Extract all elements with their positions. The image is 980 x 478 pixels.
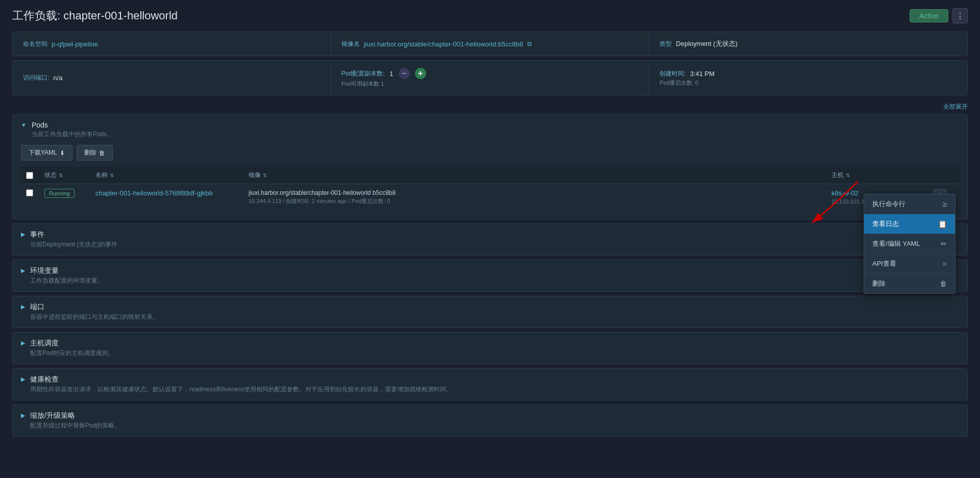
download-yaml-button[interactable]: 下载YAML ⬇: [21, 145, 72, 161]
events-section: ▶ 事件 当前Deployment (无状态)的事件: [12, 223, 968, 256]
port-title: 端口: [30, 303, 159, 312]
available-replicas: Pod可用副本数 1: [341, 80, 426, 88]
env-desc: 工作负载配置的环境变量。: [30, 276, 104, 285]
pods-header-text: Pods 当前工作负载中的所有Pods。: [32, 121, 113, 139]
image-sort-icon: ⇅: [263, 172, 267, 178]
download-icon: ⬇: [60, 149, 65, 157]
created-stack: 创建时间: 3:41 PM Pod重启次数: 0: [659, 69, 715, 87]
scheduling-header-text: 主机调度 配置Pod对应的主机调度规则。: [30, 339, 114, 358]
host-sort-icon: ⇅: [846, 172, 850, 178]
table-row: Running chapter-001-helloworld-5768f89df…: [21, 184, 959, 211]
exec-command-menu-item[interactable]: 执行命令行 ≥: [864, 194, 955, 214]
info-row-1: 命名空间 p-qfpwl-pipeline 镜像名 jiuxi.harbor.o…: [13, 32, 967, 56]
delete-icon: 🗑: [940, 280, 947, 288]
name-sort-icon: ⇅: [110, 172, 114, 178]
actions-col-header: [934, 171, 954, 180]
pod-image-name: jiuxi.harbor.org/stable/chapter-001-hell…: [249, 189, 831, 196]
created-value: 3:41 PM: [690, 70, 715, 78]
port-header-text: 端口 容器中进程监听的端口与主机端口的映射关系。: [30, 303, 159, 321]
pod-name-link[interactable]: chapter-001-helloworld-5768f89df-gjkbb: [95, 189, 249, 197]
env-header-text: 环境变量 工作负载配置的环境变量。: [30, 266, 104, 285]
pod-image-meta: 10.244.4.119 / 创建时间: 2 minutes ago / Pod…: [249, 197, 831, 205]
more-button[interactable]: ⋮: [952, 8, 968, 23]
scaling-header-text: 缩放/升级策略 配置升级过程中替换Pod的策略。: [30, 411, 120, 430]
scheduling-title: 主机调度: [30, 339, 114, 348]
info-card-1: 命名空间 p-qfpwl-pipeline 镜像名 jiuxi.harbor.o…: [12, 32, 968, 56]
health-header-text: 健康检查 周期性向容器发出请求，以检测其健康状态。默认设置下，readiness…: [30, 375, 452, 394]
expand-all-link[interactable]: 全部展开: [943, 103, 968, 110]
created-cell: 创建时间: 3:41 PM Pod重启次数: 0: [649, 61, 967, 95]
select-all-checkbox[interactable]: [26, 172, 33, 179]
namespace-label: 命名空间: [23, 40, 47, 48]
created-label: 创建时间:: [659, 69, 685, 78]
context-menu: 执行命令行 ≥ 查看日志 📋 查看/编辑 YAML ✏ API查看 ⌗ 删除 🗑: [864, 194, 955, 294]
scheduling-section: ▶ 主机调度 配置Pod对应的主机调度规则。: [12, 332, 968, 364]
port-label: 访问端口:: [23, 73, 49, 82]
checkbox-header: [26, 171, 44, 180]
row-checkbox[interactable]: [26, 189, 33, 196]
pods-toolbar: 下载YAML ⬇ 删除 🗑: [21, 145, 959, 161]
pods-toggle-icon: ▼: [21, 122, 27, 128]
port-value: n/a: [53, 74, 62, 82]
scheduling-section-header[interactable]: ▶ 主机调度 配置Pod对应的主机调度规则。: [13, 333, 967, 364]
env-section: ▶ 环境变量 工作负载配置的环境变量。: [12, 260, 968, 292]
page-title: 工作负载: chapter-001-helloworld: [12, 8, 178, 23]
replicas-label: Pod配置副本数:: [341, 69, 385, 78]
pods-content: 下载YAML ⬇ 删除 🗑 状态 ⇅: [13, 145, 967, 219]
delete-menu-item[interactable]: 删除 🗑: [864, 274, 955, 293]
host-col-header[interactable]: 主机 ⇅: [831, 171, 934, 180]
view-logs-menu-item[interactable]: 查看日志 📋: [864, 214, 955, 234]
events-section-header[interactable]: ▶ 事件 当前Deployment (无状态)的事件: [13, 224, 967, 255]
table-header: 状态 ⇅ 名称 ⇅ 镜像 ⇅ 主机 ⇅: [21, 167, 959, 184]
events-title: 事件: [30, 230, 117, 239]
pod-status-badge: Running: [44, 189, 75, 198]
image-cell: 镜像名 jiuxi.harbor.org/stable/chapter-001-…: [331, 32, 650, 56]
port-toggle-icon: ▶: [21, 304, 25, 310]
image-col-header[interactable]: 镜像 ⇅: [249, 171, 831, 180]
logs-label: 查看日志: [872, 219, 899, 229]
pod-image-cell: jiuxi.harbor.org/stable/chapter-001-hell…: [249, 189, 831, 205]
health-toggle-icon: ▶: [21, 376, 25, 383]
pods-table: 状态 ⇅ 名称 ⇅ 镜像 ⇅ 主机 ⇅: [21, 167, 959, 211]
name-col-header[interactable]: 名称 ⇅: [95, 171, 249, 180]
env-title: 环境变量: [30, 266, 104, 275]
replicas-value: 1: [389, 70, 393, 78]
pods-section-header[interactable]: ▼ Pods 当前工作负载中的所有Pods。: [13, 115, 967, 145]
type-cell: 类型 Deployment (无状态): [649, 32, 967, 56]
scaling-title: 缩放/升级策略: [30, 411, 120, 420]
info-card-2: 访问端口: n/a Pod配置副本数: 1 − + Pod可用副本数 1: [12, 60, 968, 95]
namespace-cell: 命名空间 p-qfpwl-pipeline: [13, 32, 331, 56]
replicas-cell: Pod配置副本数: 1 − + Pod可用副本数 1: [331, 61, 650, 95]
api-icon: ⌗: [943, 260, 947, 268]
scheduling-desc: 配置Pod对应的主机调度规则。: [30, 349, 114, 358]
edit-yaml-menu-item[interactable]: 查看/编辑 YAML ✏: [864, 234, 955, 254]
scaling-section-header[interactable]: ▶ 缩放/升级策略 配置升级过程中替换Pod的策略。: [13, 405, 967, 436]
delete-label: 删除: [872, 279, 886, 288]
port-section: ▶ 端口 容器中进程监听的端口与主机端口的映射关系。: [12, 296, 968, 328]
type-value: Deployment (无状态): [676, 39, 738, 48]
port-desc: 容器中进程监听的端口与主机端口的映射关系。: [30, 313, 159, 321]
health-section-header[interactable]: ▶ 健康检查 周期性向容器发出请求，以检测其健康状态。默认设置下，readine…: [13, 369, 967, 400]
image-value: jiuxi.harbor.org/stable/chapter-001-hell…: [364, 40, 523, 48]
namespace-value: p-qfpwl-pipeline: [52, 40, 98, 48]
copy-icon[interactable]: ⧉: [527, 40, 532, 47]
status-col-header[interactable]: 状态 ⇅: [44, 171, 95, 180]
logs-icon: 📋: [938, 220, 947, 228]
scaling-desc: 配置升级过程中替换Pod的策略。: [30, 421, 120, 430]
port-section-header[interactable]: ▶ 端口 容器中进程监听的端口与主机端口的映射关系。: [13, 296, 967, 328]
replicas-stack: Pod配置副本数: 1 − + Pod可用副本数 1: [341, 68, 426, 88]
pods-section: ▼ Pods 当前工作负载中的所有Pods。 下载YAML ⬇ 删除 🗑: [12, 114, 968, 219]
delete-pods-button[interactable]: 删除 🗑: [77, 145, 113, 161]
decrease-replica-button[interactable]: −: [399, 68, 410, 79]
events-header-text: 事件 当前Deployment (无状态)的事件: [30, 230, 117, 249]
edit-icon: ✏: [941, 240, 947, 248]
pods-desc: 当前工作负载中的所有Pods。: [32, 130, 113, 139]
status-badge: Active: [910, 9, 948, 22]
page-header: 工作负载: chapter-001-helloworld Active ⋮: [0, 0, 980, 32]
api-view-menu-item[interactable]: API查看 ⌗: [864, 254, 955, 274]
increase-replica-button[interactable]: +: [415, 68, 426, 79]
exec-label: 执行命令行: [872, 199, 905, 209]
status-sort-icon: ⇅: [59, 172, 63, 178]
image-label: 镜像名: [341, 40, 360, 48]
env-section-header[interactable]: ▶ 环境变量 工作负载配置的环境变量。: [13, 260, 967, 291]
